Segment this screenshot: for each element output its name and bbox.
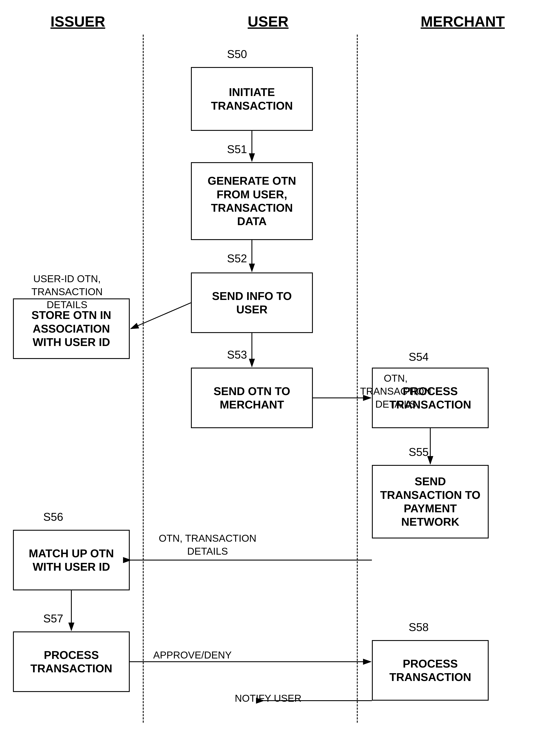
box-send-info-to-user: SEND INFO TO USER [191,272,313,333]
step-s50-label: S50 [227,48,247,61]
divider-issuer-user [143,34,144,723]
step-s53-label: S53 [227,348,247,361]
step-s55-label: S55 [409,446,429,458]
step-s52-label: S52 [227,252,247,265]
box-initiate-transaction: INITIATE TRANSACTION [191,67,313,131]
box-generate-otn: GENERATE OTN FROM USER, TRANSACTION DATA [191,162,313,240]
box-match-up-otn: MATCH UP OTN WITH USER ID [13,530,130,590]
svg-line-4 [131,303,191,329]
divider-user-merchant [357,34,358,723]
box-process-transaction-merchant2: PROCESS TRANSACTION [372,640,489,701]
diagram-container: ISSUER USER MERCHANT S50 INITIATE TRANSA… [0,0,560,740]
annotation-user-id-otn: USER-ID OTN, TRANSACTION DETAILS [22,272,112,311]
annotation-notify-user: NOTIFY USER [227,692,309,705]
box-process-transaction-issuer: PROCESS TRANSACTION [13,632,130,692]
header-issuer: ISSUER [17,13,138,30]
step-s54-label: S54 [409,350,429,363]
header-user: USER [207,13,329,30]
annotation-otn-transaction-details2: OTN, TRANSACTION DETAILS [151,532,264,558]
step-s56-label: S56 [43,511,63,523]
box-send-otn-to-merchant: SEND OTN TO MERCHANT [191,368,313,428]
step-s51-label: S51 [227,143,247,156]
box-send-transaction-payment: SEND TRANSACTION TO PAYMENT NETWORK [372,465,489,539]
annotation-otn-transaction-details1: OTN, TRANSACTION DETAILS [359,372,433,411]
step-s58-label: S58 [409,621,429,634]
step-s57-label: S57 [43,612,63,625]
header-merchant: MERCHANT [402,13,523,30]
annotation-approve-deny: APPROVE/DENY [151,649,234,662]
